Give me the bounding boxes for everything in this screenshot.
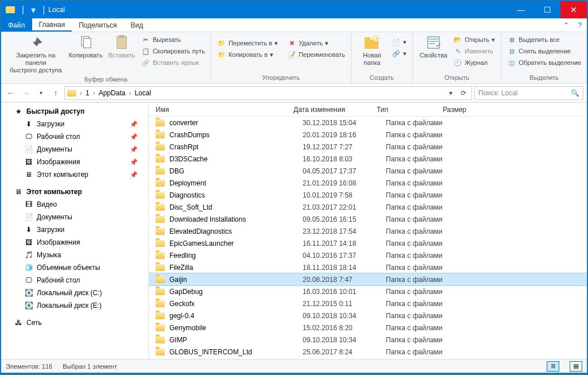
new-item-button[interactable]: 📄▾ <box>389 37 409 47</box>
star-icon: ★ <box>14 107 23 116</box>
file-type: Папка с файлами <box>386 324 472 332</box>
file-name: gegl-0.4 <box>169 312 303 320</box>
file-row[interactable]: DBG 04.05.2017 17:37 Папка с файлами <box>149 165 587 177</box>
refresh-icon[interactable]: ⟳ <box>458 89 469 97</box>
file-row[interactable]: Geckofx 21.12.2015 0:11 Папка с файлами <box>149 297 587 310</box>
this-pc[interactable]: 🖥Этот компьютер <box>1 185 148 198</box>
quick-item[interactable]: 📄Документы📌 <box>1 143 148 156</box>
crumb-1[interactable]: 1 <box>83 89 92 97</box>
move-to-button[interactable]: 📁Переместить в ▾ <box>215 38 280 48</box>
quick-access[interactable]: ★Быстрый доступ <box>1 105 148 118</box>
folder-icon <box>156 180 165 187</box>
title-bar[interactable]: | ▾ | Local — ☐ ✕ <box>1 1 587 18</box>
close-button[interactable]: ✕ <box>560 1 587 18</box>
file-name: Deployment <box>169 179 303 187</box>
copy-button[interactable]: Копировать <box>67 33 105 60</box>
folder-icon <box>156 119 165 126</box>
thispc-item[interactable]: 💽Локальный диск (C:) <box>1 287 148 299</box>
invert-select-button[interactable]: ◫Обратить выделение <box>505 57 583 68</box>
history-button[interactable]: 🕘Журнал <box>451 57 497 68</box>
ribbon-group-new: ✦ Новая папка 📄▾ 🔗▾ Создать <box>351 32 413 83</box>
col-name[interactable]: Имя <box>156 106 293 114</box>
thispc-item[interactable]: ⬇Загрузки <box>1 223 148 236</box>
thispc-item[interactable]: 🎵Музыка <box>1 249 148 261</box>
file-row[interactable]: GIMP 09.10.2018 10:34 Папка с файлами <box>149 334 587 346</box>
file-row[interactable]: Disc_Soft_Ltd 21.03.2017 22:01 Папка с ф… <box>149 201 587 213</box>
thispc-item[interactable]: 💽Локальный диск (E:) <box>1 299 148 312</box>
col-size[interactable]: Размер <box>443 106 489 114</box>
file-name: converter <box>169 119 303 127</box>
maximize-button[interactable]: ☐ <box>534 1 560 18</box>
col-date[interactable]: Дата изменения <box>293 106 377 114</box>
minimize-button[interactable]: — <box>508 1 534 18</box>
network[interactable]: 🖧Сеть <box>1 316 148 329</box>
thispc-item[interactable]: 🧊Объемные объекты <box>1 261 148 274</box>
file-row[interactable]: gegl-0.4 09.10.2018 10:34 Папка с файлам… <box>149 310 587 322</box>
file-row[interactable]: Gaijin 20.08.2018 7:47 Папка с файлами <box>149 273 587 285</box>
quick-item[interactable]: 🖵Рабочий стол📌 <box>1 130 148 143</box>
thispc-item[interactable]: 🖵Рабочий стол <box>1 274 148 287</box>
file-date: 10.01.2019 7:58 <box>303 191 386 199</box>
open-button[interactable]: 📂Открыть ▾ <box>451 34 497 45</box>
rename-button[interactable]: 📝Переименовать <box>285 49 347 60</box>
paste-button[interactable]: Вставить <box>105 33 139 60</box>
copy-path-button[interactable]: 📋Скопировать путь <box>139 46 207 56</box>
file-list[interactable]: converter 30.12.2018 15:04 Папка с файла… <box>149 117 587 359</box>
pin-to-quick-button[interactable]: Закрепить на панели быстрого доступа <box>5 33 67 76</box>
col-type[interactable]: Тип <box>377 106 443 114</box>
file-row[interactable]: converter 30.12.2018 15:04 Папка с файла… <box>149 117 587 129</box>
quick-item[interactable]: ⬇Загрузки📌 <box>1 118 148 130</box>
ribbon-toggle-icon[interactable]: ⌃ <box>559 18 573 32</box>
file-row[interactable]: D3DSCache 16.10.2018 8:03 Папка с файлам… <box>149 153 587 165</box>
paste-link-button[interactable]: 🔗Вставить ярлык <box>139 57 207 68</box>
thispc-item[interactable]: 🖼Изображения <box>1 236 148 249</box>
view-details-icon[interactable]: ≣ <box>547 361 559 372</box>
copy-to-button[interactable]: 📁Копировать в ▾ <box>215 49 280 60</box>
cut-button[interactable]: ✂Вырезать <box>139 34 207 45</box>
select-none-button[interactable]: ⊟Снять выделение <box>505 46 583 56</box>
file-row[interactable]: CrashRpt 19.12.2017 7:27 Папка с файлами <box>149 141 587 153</box>
file-row[interactable]: Downloaded Installations 09.05.2016 16:1… <box>149 213 587 225</box>
file-row[interactable]: FileZilla 18.11.2018 18:14 Папка с файла… <box>149 261 587 273</box>
thispc-item[interactable]: 📄Документы <box>1 211 148 223</box>
address-bar[interactable]: › 1 › AppData › Local ▾ ⟳ <box>64 86 472 100</box>
file-date: 21.01.2019 16:08 <box>303 179 386 187</box>
file-row[interactable]: GLOBUS_INTERCOM_Ltd 25.06.2017 8:24 Папк… <box>149 346 587 358</box>
delete-button[interactable]: ✖Удалить ▾ <box>285 38 347 48</box>
up-button[interactable]: ↑ <box>49 87 62 99</box>
properties-button[interactable]: Свойства <box>416 33 451 60</box>
file-row[interactable]: Feedling 04.10.2016 17:37 Папка с файлам… <box>149 249 587 261</box>
quick-item[interactable]: 🖥Этот компьютер📌 <box>1 168 148 181</box>
file-row[interactable]: Diagnostics 10.01.2019 7:58 Папка с файл… <box>149 189 587 201</box>
search-box[interactable]: Поиск: Local 🔍 <box>474 86 583 100</box>
crumb-appdata[interactable]: AppData <box>96 89 128 97</box>
file-row[interactable]: CrashDumps 20.01.2019 18:16 Папка с файл… <box>149 129 587 141</box>
thispc-item[interactable]: 🎞Видео <box>1 198 148 211</box>
edit-button[interactable]: ✎Изменить <box>451 46 497 56</box>
file-name: CrashRpt <box>169 143 303 151</box>
file-row[interactable]: Deployment 21.01.2019 16:08 Папка с файл… <box>149 177 587 189</box>
address-dropdown-icon[interactable]: ▾ <box>445 89 457 97</box>
menu-share[interactable]: Поделиться <box>72 18 123 32</box>
select-all-button[interactable]: ⊞Выделить все <box>505 34 583 45</box>
quick-item[interactable]: 🖼Изображения📌 <box>1 156 148 168</box>
file-row[interactable]: Genymobile 15.02.2016 8:20 Папка с файла… <box>149 322 587 334</box>
file-row[interactable]: GapDebug 16.03.2016 10:01 Папка с файлам… <box>149 285 587 297</box>
sidebar-icon: 📄 <box>24 145 33 154</box>
file-row[interactable]: EpicGamesLauncher 16.11.2017 14:18 Папка… <box>149 237 587 249</box>
back-button[interactable]: ← <box>5 87 17 99</box>
column-headers[interactable]: Имя Дата изменения Тип Размер <box>149 103 587 117</box>
recent-dropdown[interactable]: ▾ <box>34 87 47 99</box>
new-folder-button[interactable]: ✦ Новая папка <box>355 33 389 68</box>
nav-tree[interactable]: ★Быстрый доступ ⬇Загрузки📌🖵Рабочий стол📌… <box>1 103 149 359</box>
file-type: Папка с файлами <box>386 155 472 163</box>
view-thumbs-icon[interactable]: ▦ <box>570 361 582 372</box>
help-icon[interactable]: ? <box>573 18 587 32</box>
menu-view[interactable]: Вид <box>123 18 150 32</box>
easy-access-button[interactable]: 🔗▾ <box>389 48 409 59</box>
crumb-local[interactable]: Local <box>132 89 153 97</box>
file-row[interactable]: ElevatedDiagnostics 23.12.2018 17:54 Пап… <box>149 225 587 237</box>
menu-file[interactable]: Файл <box>1 18 32 32</box>
menu-home[interactable]: Главная <box>32 18 72 32</box>
forward-button[interactable]: → <box>20 87 32 99</box>
